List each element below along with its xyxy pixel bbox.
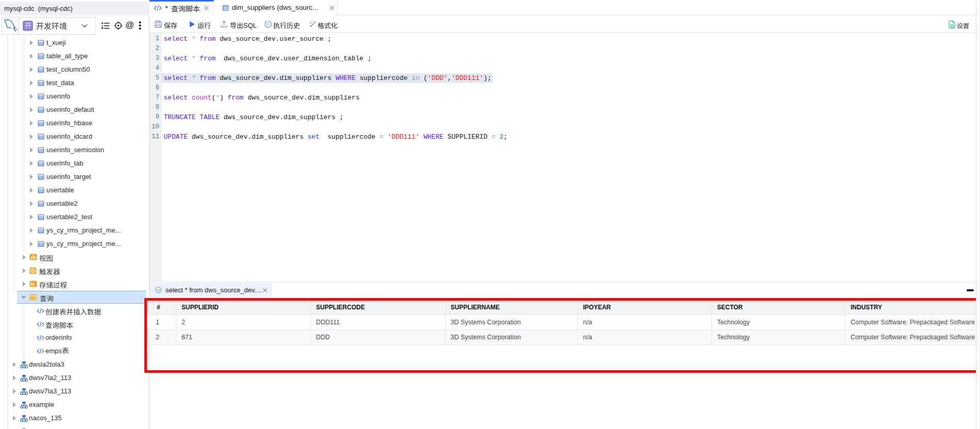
- svg-text:fx: fx: [30, 282, 35, 287]
- svg-text:SQL: SQL: [950, 25, 955, 28]
